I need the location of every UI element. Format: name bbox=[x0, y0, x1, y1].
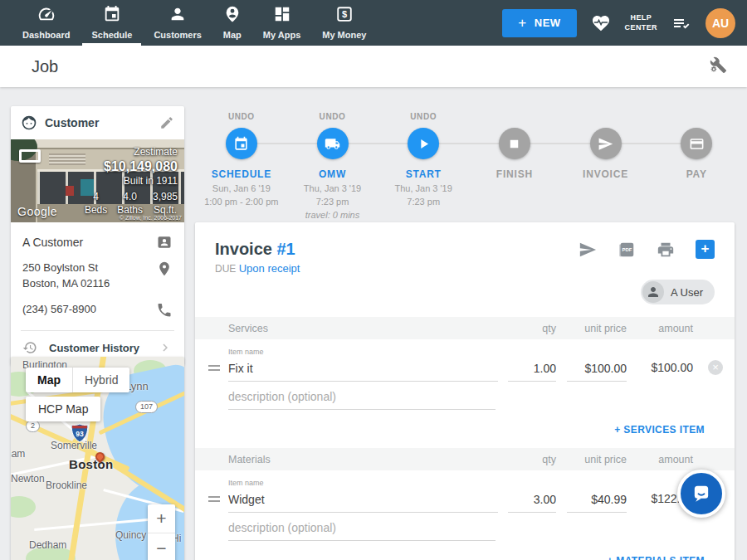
step-finish: FINISH bbox=[469, 112, 560, 222]
material-item-name-input[interactable] bbox=[228, 489, 498, 513]
assignee-name: A User bbox=[671, 286, 703, 299]
nav-label: Map bbox=[223, 30, 242, 40]
undo-schedule-button[interactable]: UNDO bbox=[228, 112, 255, 123]
material-description-input[interactable] bbox=[228, 514, 496, 541]
credit-card-icon bbox=[689, 136, 705, 152]
due-label: DUE bbox=[215, 263, 236, 275]
print-icon[interactable] bbox=[657, 241, 675, 259]
add-services-row: + SERVICES ITEM bbox=[195, 410, 735, 446]
nav-item-map[interactable]: Map bbox=[212, 0, 252, 46]
apps-grid-icon bbox=[273, 5, 291, 27]
zillow-attribution: © Zillow, Inc. 2006-2017 bbox=[120, 215, 182, 221]
map-type-map-button[interactable]: Map bbox=[26, 368, 73, 392]
customer-address: 250 Boylston St Boston, MA 02116 bbox=[22, 261, 110, 292]
new-button[interactable]: + NEW bbox=[502, 9, 576, 37]
service-item-name-input[interactable] bbox=[228, 358, 498, 382]
map-type-hybrid-button[interactable]: Hybrid bbox=[73, 368, 129, 392]
service-qty-input[interactable] bbox=[508, 358, 556, 382]
col-unit-price: unit price bbox=[556, 323, 627, 334]
add-invoice-button[interactable]: + bbox=[696, 240, 715, 259]
user-avatar[interactable]: AU bbox=[706, 8, 735, 38]
invoice-card: Invoice #1 PDF + DUE Upon receipt A User bbox=[195, 222, 735, 560]
checklist-icon[interactable] bbox=[671, 13, 691, 33]
finish-step-button[interactable] bbox=[499, 128, 530, 159]
play-icon bbox=[416, 136, 432, 152]
start-step-button[interactable] bbox=[408, 128, 439, 159]
pdf-icon[interactable]: PDF bbox=[618, 241, 636, 259]
send-icon bbox=[598, 136, 613, 152]
travel-time: travel: 0 mins bbox=[304, 209, 361, 222]
health-heart-icon[interactable] bbox=[591, 13, 611, 33]
step-dates: Thu, Jan 3 '19 7:23 pm bbox=[394, 183, 452, 209]
service-item-row: Item name $100.00 × bbox=[195, 339, 735, 382]
send-invoice-icon[interactable] bbox=[579, 241, 597, 259]
nav-item-my-apps[interactable]: My Apps bbox=[252, 0, 311, 46]
add-materials-item-link[interactable]: + MATERIALS ITEM bbox=[607, 555, 705, 560]
person-icon bbox=[168, 5, 187, 27]
col-qty: qty bbox=[498, 454, 556, 465]
undo-start-button[interactable]: UNDO bbox=[410, 112, 437, 123]
step-label: START bbox=[406, 168, 442, 180]
invoice-step-button[interactable] bbox=[590, 128, 622, 159]
invoice-title: Invoice #1 bbox=[215, 240, 295, 259]
phone-icon[interactable] bbox=[156, 302, 173, 319]
job-tools-icon[interactable] bbox=[709, 56, 727, 77]
new-button-label: NEW bbox=[535, 17, 561, 29]
step-dates: Thu, Jan 3 '19 7:23 pm travel: 0 mins bbox=[304, 183, 361, 222]
invoice-number: #1 bbox=[276, 240, 295, 258]
hcp-map-button[interactable]: HCP Map bbox=[26, 397, 100, 421]
location-pin-icon[interactable] bbox=[156, 261, 173, 277]
undo-omw-button[interactable]: UNDO bbox=[320, 112, 346, 123]
built-year: Built in 1911 bbox=[85, 175, 178, 187]
omw-step-button[interactable] bbox=[317, 128, 349, 159]
map-card[interactable]: Burlington Lynn 107 2 93 Somerville ham … bbox=[11, 357, 184, 560]
assignee-avatar bbox=[642, 281, 664, 303]
item-name-label: Item name bbox=[228, 348, 264, 356]
help-center-line1: HELP bbox=[625, 13, 657, 22]
pay-step-button[interactable] bbox=[681, 128, 712, 159]
svg-text:93: 93 bbox=[76, 430, 84, 438]
schedule-step-button[interactable] bbox=[226, 128, 257, 159]
map-label-newton: Newton bbox=[11, 473, 45, 485]
due-value-link[interactable]: Upon receipt bbox=[239, 262, 300, 275]
add-services-item-link[interactable]: + SERVICES ITEM bbox=[614, 424, 705, 436]
customer-name-row: A Customer bbox=[21, 226, 174, 252]
truck-icon bbox=[325, 136, 340, 152]
chat-fab-button[interactable] bbox=[677, 470, 725, 518]
home-facts: 4Beds 4.0Baths 3,985Sq.ft. bbox=[85, 190, 178, 217]
remove-service-item-button[interactable]: × bbox=[708, 360, 723, 375]
nav-item-my-money[interactable]: $ My Money bbox=[311, 0, 377, 46]
customer-details: A Customer 250 Boylston St Boston, MA 02… bbox=[11, 222, 184, 365]
route-2-badge: 2 bbox=[26, 420, 40, 432]
customer-face-icon bbox=[21, 114, 37, 131]
assignee-chip[interactable]: A User bbox=[641, 280, 715, 304]
edit-pencil-icon[interactable] bbox=[159, 115, 174, 130]
drag-handle-icon[interactable] bbox=[208, 363, 228, 373]
drag-handle-icon[interactable] bbox=[208, 494, 228, 504]
invoice-header: Invoice #1 PDF + bbox=[195, 222, 735, 259]
col-amount: amount bbox=[627, 323, 693, 334]
step-start: UNDO START Thu, Jan 3 '19 7:23 pm bbox=[378, 112, 469, 222]
help-center-button[interactable]: HELP CENTER bbox=[625, 13, 657, 32]
app-screen: Dashboard Schedule Customers Map My Apps… bbox=[0, 0, 747, 560]
stop-icon bbox=[506, 136, 522, 152]
dollar-square-icon: $ bbox=[335, 5, 354, 27]
service-unit-price-input[interactable] bbox=[567, 358, 627, 382]
material-qty-input[interactable] bbox=[508, 489, 556, 513]
nav-label: Customers bbox=[154, 30, 201, 40]
street-view-photo[interactable]: Zestimate $10,149,080 Built in 1911 4Bed… bbox=[11, 139, 184, 222]
contact-card-icon[interactable] bbox=[156, 234, 173, 251]
nav-label: My Money bbox=[322, 30, 366, 40]
fact-sqft: 3,985Sq.ft. bbox=[153, 190, 178, 217]
street-view-frame-icon[interactable] bbox=[19, 149, 41, 163]
service-description-input[interactable] bbox=[228, 383, 496, 410]
nav-item-dashboard[interactable]: Dashboard bbox=[12, 0, 81, 46]
zoom-out-button[interactable]: − bbox=[148, 533, 175, 560]
plus-icon: + bbox=[518, 15, 526, 32]
nav-item-customers[interactable]: Customers bbox=[143, 0, 212, 46]
customer-phone: (234) 567-8900 bbox=[22, 302, 96, 318]
customer-history-label: Customer History bbox=[49, 342, 139, 354]
zoom-in-button[interactable]: + bbox=[148, 504, 175, 533]
nav-item-schedule[interactable]: Schedule bbox=[81, 0, 143, 46]
material-unit-price-input[interactable] bbox=[567, 489, 627, 513]
